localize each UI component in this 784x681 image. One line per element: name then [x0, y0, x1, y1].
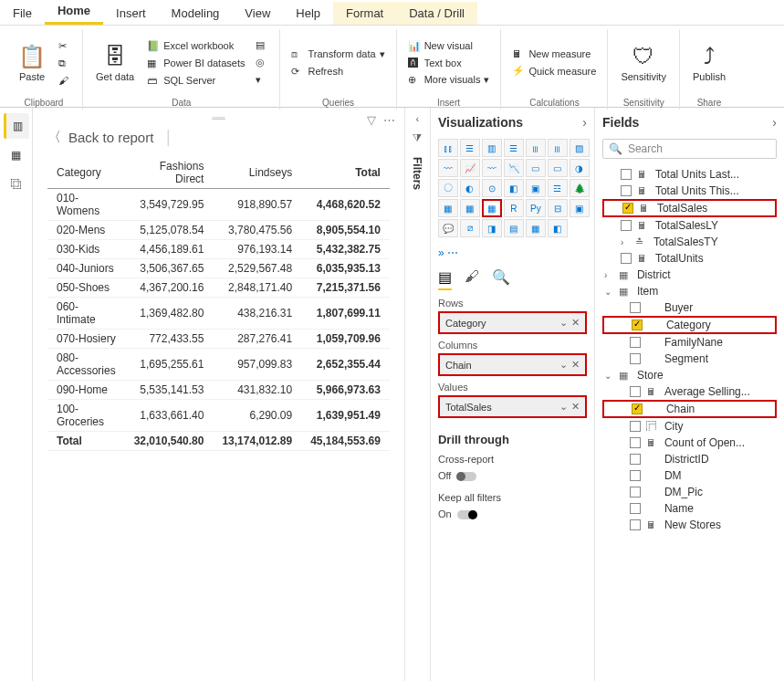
- table-row[interactable]: 080-Accessories1,695,255.61957,099.832,6…: [47, 349, 390, 381]
- table-row[interactable]: 020-Mens5,125,078.543,780,475.568,905,55…: [47, 221, 390, 240]
- data-view-button[interactable]: ▦: [4, 142, 29, 168]
- refresh-button[interactable]: ⟳Refresh: [287, 64, 388, 79]
- field-dm[interactable]: DM: [602, 467, 777, 484]
- viz-type-button[interactable]: 💬: [438, 219, 458, 237]
- viz-overflow-button[interactable]: » ⋯: [438, 246, 587, 259]
- menu-data-drill[interactable]: Data / Drill: [396, 2, 477, 25]
- publish-button[interactable]: ⤴ Publish: [687, 29, 731, 96]
- table-row[interactable]: 050-Shoes4,367,200.162,848,171.407,215,3…: [47, 278, 390, 298]
- viz-type-button[interactable]: ▥: [482, 139, 502, 157]
- viz-type-button[interactable]: ▭: [526, 159, 546, 177]
- viz-type-button[interactable]: 📉: [504, 159, 524, 177]
- format-painter-button[interactable]: 🖌: [55, 73, 75, 88]
- chevron-down-icon[interactable]: ⌄: [559, 359, 568, 371]
- enter-data-button[interactable]: ▤: [252, 37, 272, 53]
- rows-field-well[interactable]: Category ⌄✕: [438, 311, 587, 334]
- keep-filters-toggle[interactable]: [457, 510, 477, 519]
- viz-type-button[interactable]: ⧄: [460, 219, 480, 237]
- viz-type-button[interactable]: ☰: [504, 139, 524, 157]
- sensitivity-button[interactable]: 🛡 Sensitivity: [615, 29, 672, 96]
- viz-type-button[interactable]: ⊙: [482, 179, 502, 197]
- viz-type-button[interactable]: ◧: [548, 219, 568, 237]
- viz-type-button[interactable]: 〇: [438, 179, 458, 197]
- get-data-button[interactable]: 🗄 Get data: [90, 29, 140, 96]
- viz-type-button[interactable]: ▦: [482, 199, 502, 217]
- viz-type-button[interactable]: ⊟: [548, 199, 568, 217]
- matrix-header[interactable]: Fashions Direct: [125, 157, 214, 189]
- remove-icon[interactable]: ✕: [571, 317, 580, 329]
- field-totalsales[interactable]: 🖩TotalSales: [602, 199, 777, 217]
- sql-server-button[interactable]: 🗃SQL Server: [143, 73, 248, 88]
- analytics-tab[interactable]: 🔍: [492, 268, 510, 290]
- viz-type-button[interactable]: 📈: [460, 159, 480, 177]
- chevron-down-icon[interactable]: ⌄: [559, 401, 568, 413]
- copy-button[interactable]: ⧉: [55, 56, 75, 71]
- field-totalsalesly[interactable]: 🖩TotalSalesLY: [602, 217, 777, 234]
- viz-type-button[interactable]: ☲: [548, 179, 568, 197]
- fields-search-input[interactable]: 🔍 Search: [602, 139, 777, 159]
- viz-type-button[interactable]: ▦: [526, 219, 546, 237]
- cut-button[interactable]: ✂: [55, 38, 75, 54]
- format-tab[interactable]: 🖌: [465, 268, 479, 290]
- viz-type-button[interactable]: ▣: [570, 199, 590, 217]
- viz-type-button[interactable]: ◑: [570, 159, 590, 177]
- table-district[interactable]: ›▦District: [602, 267, 777, 283]
- cross-report-toggle[interactable]: [456, 472, 476, 481]
- viz-type-button[interactable]: R: [504, 199, 524, 217]
- viz-type-button[interactable]: ▭: [548, 159, 568, 177]
- more-visuals-button[interactable]: ⊕More visuals ▾: [404, 72, 494, 88]
- field-totalunits[interactable]: 🖩TotalUnits: [602, 250, 777, 267]
- viz-type-button[interactable]: ▤: [504, 219, 524, 237]
- viz-type-button[interactable]: ◨: [482, 219, 502, 237]
- field-avg-selling[interactable]: 🖩Average Selling...: [602, 383, 777, 400]
- field-totalsalesty[interactable]: ›≛TotalSalesTY: [602, 234, 777, 250]
- menu-file[interactable]: File: [0, 2, 45, 25]
- viz-type-button[interactable]: ☰: [460, 139, 480, 157]
- viz-type-button[interactable]: ◐: [460, 179, 480, 197]
- field-name[interactable]: Name: [602, 500, 777, 517]
- viz-type-button[interactable]: ▦: [438, 199, 458, 217]
- back-to-report-button[interactable]: 〈 Back to report │: [47, 129, 173, 146]
- matrix-header[interactable]: Total: [301, 157, 390, 189]
- viz-type-button[interactable]: 🌲: [570, 179, 590, 197]
- viz-type-button[interactable]: 〰: [482, 159, 502, 177]
- viz-type-button[interactable]: 〰: [438, 159, 458, 177]
- viz-type-button[interactable]: Py: [526, 199, 546, 217]
- fields-tab[interactable]: ▤: [438, 268, 452, 290]
- table-row[interactable]: 030-Kids4,456,189.61976,193.145,432,382.…: [47, 240, 390, 259]
- paste-button[interactable]: 📋 Paste: [13, 29, 51, 96]
- filter-icon[interactable]: ▽: [367, 113, 376, 127]
- field-total-units-last[interactable]: 🖩Total Units Last...: [602, 166, 777, 183]
- field-total-units-this[interactable]: 🖩Total Units This...: [602, 183, 777, 199]
- field-chain[interactable]: Chain: [602, 400, 777, 418]
- field-districtid[interactable]: DistrictID: [602, 451, 777, 467]
- table-row[interactable]: 040-Juniors3,506,367.652,529,567.486,035…: [47, 259, 390, 278]
- table-row[interactable]: 060-Intimate1,369,482.80438,216.311,807,…: [47, 298, 390, 330]
- viz-type-button[interactable]: ▦: [460, 199, 480, 217]
- field-dm-pic[interactable]: DM_Pic: [602, 484, 777, 500]
- matrix-visual[interactable]: CategoryFashions DirectLindseysTotal 010…: [47, 157, 390, 451]
- chevron-right-icon[interactable]: ›: [772, 115, 777, 130]
- menu-help[interactable]: Help: [283, 2, 333, 25]
- new-visual-button[interactable]: 📊New visual: [404, 38, 494, 54]
- model-view-button[interactable]: ⿻: [4, 172, 29, 197]
- table-row[interactable]: 010-Womens3,549,729.95918,890.574,468,62…: [47, 189, 390, 221]
- menu-modeling[interactable]: Modeling: [159, 2, 233, 25]
- field-city[interactable]: ⿸City: [602, 418, 777, 435]
- viz-type-button[interactable]: ◧: [504, 179, 524, 197]
- table-row[interactable]: 070-Hosiery772,433.55287,276.411,059,709…: [47, 330, 390, 349]
- recent-sources-button[interactable]: ▾: [252, 72, 272, 88]
- new-measure-button[interactable]: 🖩New measure: [508, 47, 600, 61]
- field-category[interactable]: Category: [602, 316, 777, 334]
- menu-format[interactable]: Format: [333, 2, 396, 25]
- more-options-icon[interactable]: ⋯: [383, 113, 395, 127]
- viz-type-button[interactable]: ⫼: [548, 139, 568, 157]
- values-field-well[interactable]: TotalSales ⌄✕: [438, 395, 587, 418]
- viz-type-button[interactable]: ⫿⫿: [438, 139, 458, 157]
- text-box-button[interactable]: 🅰Text box: [404, 56, 494, 70]
- table-row[interactable]: 090-Home5,535,141.53431,832.105,966,973.…: [47, 381, 390, 400]
- menu-home[interactable]: Home: [45, 0, 103, 25]
- filters-pane-collapsed[interactable]: ‹ ⧩ Filters: [405, 108, 431, 681]
- matrix-header[interactable]: Lindseys: [213, 157, 301, 189]
- matrix-header[interactable]: Category: [47, 157, 125, 189]
